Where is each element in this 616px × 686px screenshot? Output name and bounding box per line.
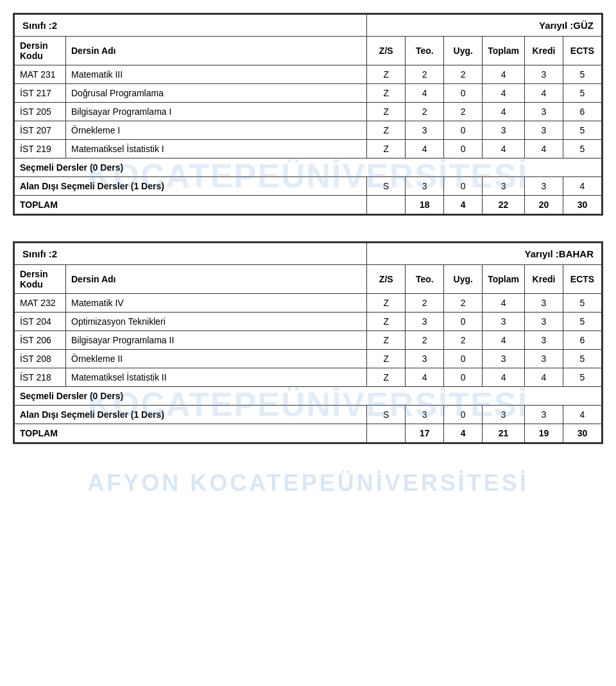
cell-zs: Z — [367, 368, 406, 387]
toplam-zs-empty — [367, 424, 406, 443]
header-uyg-1: Uyg. — [444, 37, 483, 65]
alan-uyg: 0 — [444, 406, 483, 424]
cell-kredi: 3 — [525, 65, 563, 84]
header-toplam-2: Toplam — [483, 265, 525, 294]
cell-zs: Z — [367, 84, 406, 103]
cell-kredi: 3 — [525, 294, 563, 313]
cell-zs: Z — [367, 294, 406, 313]
row-secmeli: Seçmeli Dersler (0 Ders) — [15, 159, 602, 177]
cell-zs: Z — [367, 350, 406, 368]
alan-toplam: 3 — [483, 177, 525, 196]
cell-adi: Matematiksel İstatistik I — [66, 140, 367, 159]
table-row: İST 219 Matematiksel İstatistik I Z 4 0 … — [15, 140, 602, 159]
alan-uyg: 0 — [444, 177, 483, 196]
toplam-uyg: 4 — [444, 424, 483, 443]
cell-kod: İST 217 — [15, 84, 66, 103]
cell-adi: Örnekleme II — [66, 350, 367, 368]
cell-ects: 5 — [563, 313, 602, 331]
alan-kredi: 3 — [525, 406, 563, 424]
cell-ects: 5 — [563, 294, 602, 313]
table-guz: Sınıfı :2 Yarıyıl :GÜZ DersinKodu Dersin… — [14, 14, 602, 214]
table-row: İST 204 Optimizasyon Teknikleri Z 3 0 3 … — [15, 313, 602, 331]
table-row: İST 207 Örnekleme I Z 3 0 3 3 5 — [15, 121, 602, 140]
toplam-toplam: 22 — [483, 196, 525, 214]
cell-zs: Z — [367, 103, 406, 121]
table-row: MAT 232 Matematik IV Z 2 2 4 3 5 — [15, 294, 602, 313]
header-kod-2: DersinKodu — [15, 265, 66, 294]
cell-kod: MAT 231 — [15, 65, 66, 84]
table-row: İST 217 Doğrusal Programlama Z 4 0 4 4 5 — [15, 84, 602, 103]
cell-uyg: 0 — [444, 313, 483, 331]
cell-uyg: 0 — [444, 350, 483, 368]
alan-disi-label: Alan Dışı Seçmeli Dersler (1 Ders) — [15, 177, 367, 196]
cell-uyg: 0 — [444, 121, 483, 140]
cell-toplam: 4 — [483, 294, 525, 313]
cell-kredi: 3 — [525, 313, 563, 331]
cell-ects: 5 — [563, 140, 602, 159]
header-kredi-1: Kredi — [525, 37, 563, 65]
cell-toplam: 3 — [483, 121, 525, 140]
header-toplam-1: Toplam — [483, 37, 525, 65]
cell-adi: Matematiksel İstatistik II — [66, 368, 367, 387]
alan-ects: 4 — [563, 406, 602, 424]
cell-kod: MAT 232 — [15, 294, 66, 313]
header-teo-2: Teo. — [406, 265, 444, 294]
cell-kredi: 4 — [525, 140, 563, 159]
watermark-bottom: AFYON KOCATEPEÜNİVERSİTESİ — [13, 470, 603, 497]
toplam-zs-empty — [367, 196, 406, 214]
cell-uyg: 0 — [444, 140, 483, 159]
cell-kredi: 3 — [525, 103, 563, 121]
cell-toplam: 4 — [483, 331, 525, 350]
cell-ects: 5 — [563, 65, 602, 84]
cell-kod: İST 207 — [15, 121, 66, 140]
header-teo-1: Teo. — [406, 37, 444, 65]
toplam-kredi: 20 — [525, 196, 563, 214]
cell-kod: İST 205 — [15, 103, 66, 121]
cell-teo: 4 — [406, 84, 444, 103]
cell-kod: İST 208 — [15, 350, 66, 368]
cell-zs: Z — [367, 331, 406, 350]
yariyil-label-2: Yarıyıl :BAHAR — [367, 243, 602, 265]
cell-adi: Bilgisayar Programlama II — [66, 331, 367, 350]
cell-uyg: 0 — [444, 84, 483, 103]
cell-adi: Matematik IV — [66, 294, 367, 313]
cell-toplam: 4 — [483, 65, 525, 84]
header-kredi-2: Kredi — [525, 265, 563, 294]
secmeli-label: Seçmeli Dersler (0 Ders) — [15, 387, 602, 406]
toplam-ects: 30 — [563, 424, 602, 443]
header-ects-1: ECTS — [563, 37, 602, 65]
header-zs-2: Z/S — [367, 265, 406, 294]
yariyil-label-1: Yarıyıl :GÜZ — [367, 15, 602, 37]
alan-teo: 3 — [406, 177, 444, 196]
cell-ects: 5 — [563, 121, 602, 140]
toplam-teo: 17 — [406, 424, 444, 443]
cell-ects: 5 — [563, 84, 602, 103]
cell-adi: Doğrusal Programlama — [66, 84, 367, 103]
cell-teo: 2 — [406, 331, 444, 350]
cell-teo: 3 — [406, 313, 444, 331]
cell-toplam: 3 — [483, 350, 525, 368]
row-toplam: TOPLAM 17 4 21 19 30 — [15, 424, 602, 443]
section-guz: Sınıfı :2 Yarıyıl :GÜZ DersinKodu Dersin… — [13, 13, 603, 216]
header-adi-2: Dersin Adı — [66, 265, 367, 294]
row-alan-disi: Alan Dışı Seçmeli Dersler (1 Ders) S 3 0… — [15, 177, 602, 196]
header-adi-1: Dersin Adı — [66, 37, 367, 65]
cell-ects: 6 — [563, 331, 602, 350]
cell-kredi: 4 — [525, 368, 563, 387]
cell-kredi: 3 — [525, 331, 563, 350]
cell-teo: 4 — [406, 140, 444, 159]
toplam-uyg: 4 — [444, 196, 483, 214]
cell-teo: 2 — [406, 65, 444, 84]
cell-kredi: 3 — [525, 350, 563, 368]
table-bahar: Sınıfı :2 Yarıyıl :BAHAR DersinKodu Ders… — [14, 243, 602, 443]
cell-toplam: 4 — [483, 140, 525, 159]
cell-ects: 5 — [563, 368, 602, 387]
cell-teo: 3 — [406, 350, 444, 368]
row-secmeli: Seçmeli Dersler (0 Ders) — [15, 387, 602, 406]
cell-teo: 2 — [406, 294, 444, 313]
alan-ects: 4 — [563, 177, 602, 196]
row-toplam: TOPLAM 18 4 22 20 30 — [15, 196, 602, 214]
alan-teo: 3 — [406, 406, 444, 424]
secmeli-label: Seçmeli Dersler (0 Ders) — [15, 159, 602, 177]
cell-teo: 3 — [406, 121, 444, 140]
